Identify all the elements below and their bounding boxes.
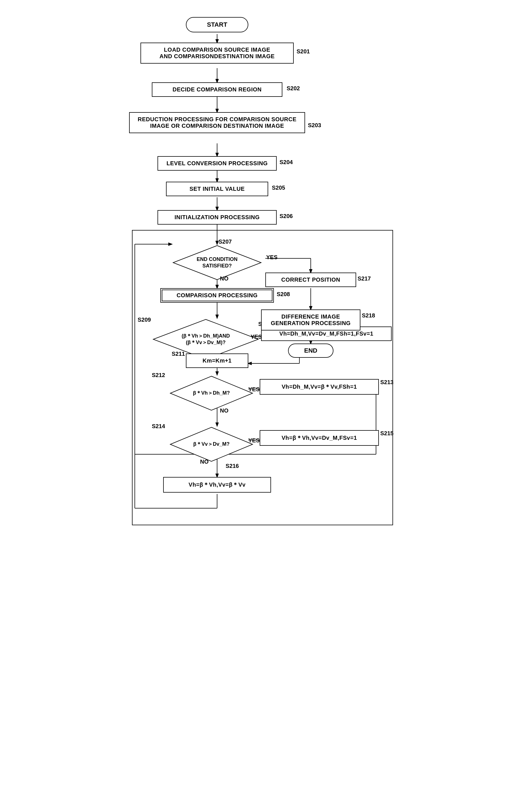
s206-text: INITIALIZATION PROCESSING [175,214,260,220]
s210-text: Vh=Dh_M,Vv=Dv_M,FSh=1,FSv=1 [279,330,373,337]
s206-box: INITIALIZATION PROCESSING [158,210,277,225]
s212-text: β＊Vh＞Dh_M? [193,390,230,396]
s203-label: S203 [308,122,321,129]
s205-box: SET INITIAL VALUE [166,182,268,196]
s204-text: LEVEL CONVERSION PROCESSING [167,160,268,166]
s206-label: S206 [280,213,293,220]
s207-text: END CONDITIONSATISFIED? [197,256,238,269]
s218-text: DIFFERENCE IMAGEGENERATION PROCESSING [271,313,350,326]
start-label: START [207,21,227,28]
s201-text: LOAD COMPARISON SOURCE IMAGEAND COMPARIS… [160,47,275,59]
s207-diamond: END CONDITIONSATISFIED? [172,244,262,281]
s217-text: CORRECT POSITION [281,277,340,283]
s207-no-label: NO [220,276,228,282]
s213-label: S213 [380,379,394,386]
s207-label: S207 [219,238,232,245]
s208-text: COMPARISON PROCESSING [177,292,258,298]
s209-text: (β＊Vh＞Dh_M)AND(β＊Vv＞Dv_M)? [182,333,230,345]
s218-label: S218 [362,312,375,319]
s203-box: REDUCTION PROCESSING FOR COMPARISON SOUR… [129,112,305,133]
s214-no-label: NO [200,459,209,465]
s209-yes-label: YES [251,334,262,340]
s202-text: DECIDE COMPARISON REGION [172,86,262,92]
s212-label: S212 [152,372,165,379]
s202-box: DECIDE COMPARISON REGION [152,82,282,97]
s214-diamond: β＊Vv＞Dv_M? [169,426,254,463]
s215-text: Vh=β＊Vh,Vv=Dv_M,FSv=1 [282,435,357,441]
s204-box: LEVEL CONVERSION PROCESSING [158,156,277,171]
s201-label: S201 [297,48,310,55]
s201-box: LOAD COMPARISON SOURCE IMAGEAND COMPARIS… [140,43,294,63]
s211-label: S211 [172,351,185,357]
s207-yes-label: YES [266,254,278,261]
s211-box: Km=Km+1 [186,353,248,368]
s215-box: Vh=β＊Vh,Vv=Dv_M,FSv=1 [260,430,379,446]
s203-text: REDUCTION PROCESSING FOR COMPARISON SOUR… [138,116,297,129]
s208-box: COMPARISON PROCESSING [160,288,274,302]
s205-text: SET INITIAL VALUE [190,186,245,192]
s212-diamond: β＊Vh＞Dh_M? [169,375,254,412]
s212-yes-label: YES [248,386,260,393]
s218-box: DIFFERENCE IMAGEGENERATION PROCESSING [261,309,360,330]
start-node: START [186,17,248,32]
s214-label: S214 [152,423,165,430]
s214-yes-label: YES [248,437,260,444]
s202-label: S202 [287,85,300,92]
s217-box: CORRECT POSITION [265,272,356,287]
s213-box: Vh=Dh_M,Vv=β＊Vv,FSh=1 [260,379,379,395]
s211-text: Km=Km+1 [202,357,231,364]
s205-label: S205 [272,184,285,191]
s212-no-label: NO [220,408,228,414]
s216-text: Vh=β＊Vh,Vv=β＊Vv [189,482,246,488]
s216-label: S216 [226,463,239,469]
s217-label: S217 [358,276,371,282]
end-label: END [304,347,317,354]
s213-text: Vh=Dh_M,Vv=β＊Vv,FSh=1 [282,384,357,390]
s204-label: S204 [280,159,293,165]
s214-text: β＊Vv＞Dv_M? [193,441,229,447]
end-node: END [288,343,333,358]
s208-label: S208 [277,291,290,297]
s209-label: S209 [138,316,151,323]
s215-label: S215 [380,430,394,437]
s216-box: Vh=β＊Vh,Vv=β＊Vv [163,477,271,492]
